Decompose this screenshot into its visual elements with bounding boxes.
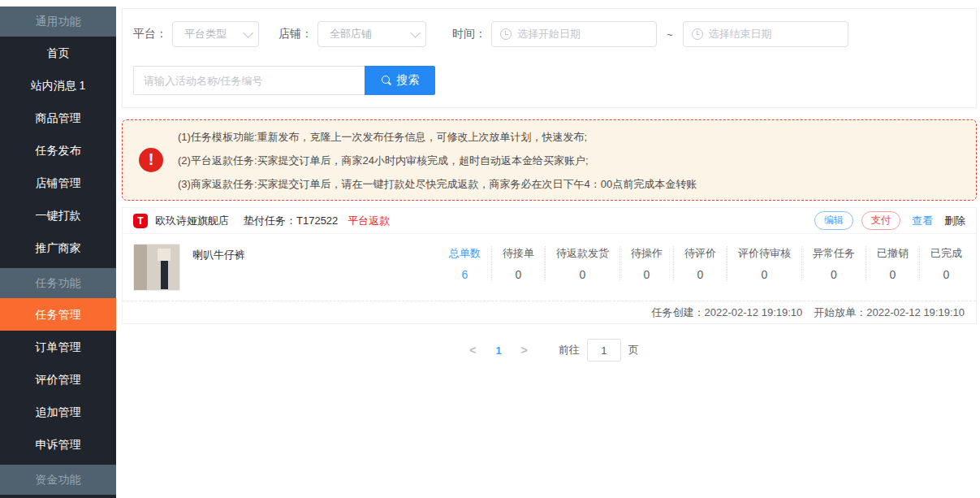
stat-label: 评价待审核 bbox=[738, 246, 791, 261]
notice-line-1: (1)任务模板功能:重新发布，克隆上一次发布任务信息，可修改上次放单计划，快速发… bbox=[178, 125, 697, 149]
start-date-input[interactable]: 选择开始日期 bbox=[491, 21, 657, 47]
goto-page-input[interactable] bbox=[587, 339, 621, 362]
goto-page-label: 前往 bbox=[559, 343, 580, 357]
warning-icon: ! bbox=[139, 148, 163, 172]
shop-select[interactable]: 全部店铺 bbox=[317, 21, 426, 47]
sidebar-item-order-manage[interactable]: 订单管理 bbox=[0, 331, 116, 363]
platform-select[interactable]: 平台类型 bbox=[172, 21, 259, 47]
task-card-header: T 欧玖诗娅旗舰店 垫付任务：T172522 平台返款 编辑 支付 查看 删除 bbox=[123, 208, 976, 234]
task-card-body: 喇叭牛仔裤 总单数 6 待接单 0 待返款发货 0 bbox=[123, 234, 976, 301]
sidebar-item-products[interactable]: 商品管理 bbox=[0, 102, 116, 134]
search-row: 搜索 bbox=[133, 66, 435, 95]
pagination: < 1 > 前往 页 bbox=[122, 338, 977, 362]
date-range-separator: ~ bbox=[667, 28, 673, 41]
stat-pending-refund-ship: 待返款发货 0 bbox=[546, 246, 620, 281]
chevron-down-icon bbox=[243, 28, 253, 38]
stat-value: 0 bbox=[877, 268, 909, 281]
stat-pending-review: 待评价 0 bbox=[674, 246, 727, 281]
sidebar: 通用功能 首页 站内消息 1 商品管理 任务发布 店铺管理 一键打款 推广商家 … bbox=[0, 6, 116, 498]
task-stats: 总单数 6 待接单 0 待返款发货 0 待操作 0 bbox=[438, 246, 965, 281]
search-button-label: 搜索 bbox=[397, 73, 420, 88]
next-page-icon[interactable]: > bbox=[512, 344, 537, 357]
stat-label: 待评价 bbox=[684, 246, 716, 261]
filter-panel: 平台： 平台类型 店铺： 全部店铺 时间： 选择开始日期 ~ bbox=[122, 8, 977, 108]
tmall-platform-icon: T bbox=[133, 214, 148, 228]
platform-filter-label: 平台： bbox=[133, 27, 167, 41]
delete-link[interactable]: 删除 bbox=[944, 214, 965, 228]
stat-pending-operate: 待操作 0 bbox=[620, 246, 674, 281]
shop-filter-label: 店铺： bbox=[278, 27, 313, 41]
shop-name: 欧玖诗娅旗舰店 bbox=[155, 214, 229, 228]
search-input[interactable] bbox=[133, 66, 365, 95]
sidebar-item-messages[interactable]: 站内消息 1 bbox=[0, 69, 116, 102]
start-date-placeholder: 选择开始日期 bbox=[517, 27, 581, 41]
task-card: T 欧玖诗娅旗舰店 垫付任务：T172522 平台返款 编辑 支付 查看 删除 … bbox=[122, 207, 977, 324]
edit-button[interactable]: 编辑 bbox=[814, 211, 853, 230]
sidebar-item-one-key-pay[interactable]: 一键打款 bbox=[0, 199, 116, 232]
stat-value: 0 bbox=[631, 268, 663, 281]
sidebar-item-shop-manage[interactable]: 店铺管理 bbox=[0, 167, 116, 199]
page-number-1[interactable]: 1 bbox=[486, 344, 511, 357]
sidebar-item-review-manage[interactable]: 评价管理 bbox=[0, 363, 116, 396]
stat-value: 0 bbox=[813, 268, 855, 281]
product-image bbox=[133, 244, 180, 291]
stat-value: 0 bbox=[556, 268, 609, 281]
prev-page-icon[interactable]: < bbox=[460, 344, 486, 357]
clock-icon bbox=[692, 28, 703, 40]
notice-line-3: (3)商家返款任务:买家提交订单后，请在一键打款处尽快完成返款，商家务必在次日下… bbox=[178, 172, 697, 196]
stat-label: 总单数 bbox=[449, 246, 481, 261]
sidebar-item-promote-merchant[interactable]: 推广商家 bbox=[0, 232, 116, 264]
refund-type-tag: 平台返款 bbox=[348, 214, 390, 228]
main-content: 平台： 平台类型 店铺： 全部店铺 时间： 选择开始日期 ~ bbox=[122, 0, 977, 498]
task-card-footer: 任务创建：2022-02-12 19:19:10 开始放单：2022-02-12… bbox=[123, 301, 976, 323]
end-date-placeholder: 选择结束日期 bbox=[709, 27, 772, 41]
page-suffix-label: 页 bbox=[628, 343, 639, 357]
product-name: 喇叭牛仔裤 bbox=[192, 248, 245, 262]
chevron-down-icon bbox=[410, 28, 421, 38]
sidebar-item-task-manage[interactable]: 任务管理 bbox=[0, 298, 116, 331]
stat-revoked: 已撤销 0 bbox=[866, 246, 920, 281]
stat-value: 0 bbox=[684, 268, 716, 281]
search-button[interactable]: 搜索 bbox=[365, 66, 435, 95]
stat-label: 待接单 bbox=[503, 246, 534, 261]
sidebar-section-funds: 资金功能 bbox=[0, 465, 116, 495]
filter-row: 平台： 平台类型 店铺： 全部店铺 时间： 选择开始日期 ~ bbox=[133, 21, 965, 47]
task-start-time: 开始放单：2022-02-12 19:19:10 bbox=[814, 305, 965, 320]
notice-box: ! (1)任务模板功能:重新发布，克隆上一次发布任务信息，可修改上次放单计划，快… bbox=[122, 119, 977, 201]
sidebar-section-general: 通用功能 bbox=[0, 6, 116, 37]
stat-completed: 已完成 0 bbox=[920, 246, 965, 281]
sidebar-section-task: 任务功能 bbox=[0, 268, 116, 298]
stat-total-orders: 总单数 6 bbox=[438, 246, 492, 281]
stat-review-audit: 评价待审核 0 bbox=[727, 246, 802, 281]
task-created-time: 任务创建：2022-02-12 19:19:10 bbox=[652, 305, 803, 320]
sidebar-item-append-manage[interactable]: 追加管理 bbox=[0, 396, 116, 428]
sidebar-item-task-publish[interactable]: 任务发布 bbox=[0, 134, 116, 167]
platform-select-value: 平台类型 bbox=[184, 27, 227, 41]
stat-value: 0 bbox=[738, 268, 791, 281]
stat-label: 待操作 bbox=[631, 246, 663, 261]
shop-select-value: 全部店铺 bbox=[330, 27, 372, 41]
end-date-input[interactable]: 选择结束日期 bbox=[683, 21, 848, 47]
clock-icon bbox=[500, 28, 512, 40]
stat-value: 0 bbox=[503, 268, 534, 281]
stat-label: 异常任务 bbox=[813, 246, 855, 261]
pay-button[interactable]: 支付 bbox=[861, 211, 900, 230]
task-number: 垫付任务：T172522 bbox=[244, 214, 338, 228]
stat-label: 已完成 bbox=[930, 246, 962, 261]
page: 通用功能 首页 站内消息 1 商品管理 任务发布 店铺管理 一键打款 推广商家 … bbox=[0, 0, 980, 498]
time-filter-label: 时间： bbox=[452, 27, 486, 41]
stat-value-link[interactable]: 6 bbox=[449, 268, 481, 281]
view-link[interactable]: 查看 bbox=[912, 214, 933, 228]
sidebar-item-home[interactable]: 首页 bbox=[0, 37, 116, 69]
notice-line-2: (2)平台返款任务:买家提交订单后，商家24小时内审核完成，超时自动返本金给买家… bbox=[178, 149, 697, 172]
stat-label: 已撤销 bbox=[877, 246, 909, 261]
search-icon bbox=[381, 75, 392, 86]
stat-pending-accept: 待接单 0 bbox=[492, 246, 546, 281]
stat-abnormal-tasks: 异常任务 0 bbox=[802, 246, 866, 281]
notice-text: (1)任务模板功能:重新发布，克隆上一次发布任务信息，可修改上次放单计划，快速发… bbox=[178, 125, 697, 196]
stat-label: 待返款发货 bbox=[556, 246, 609, 261]
sidebar-item-appeal-manage[interactable]: 申诉管理 bbox=[0, 428, 116, 461]
stat-value: 0 bbox=[930, 268, 962, 281]
